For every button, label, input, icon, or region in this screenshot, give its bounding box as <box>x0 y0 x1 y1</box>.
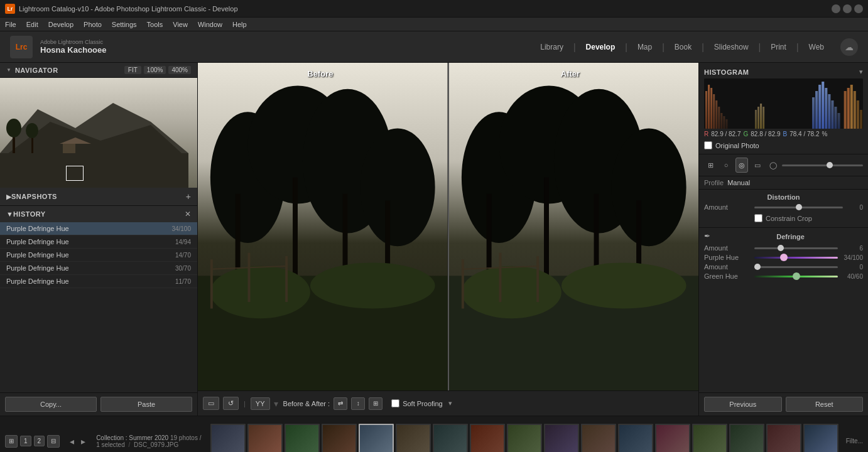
rotate-tool-button[interactable]: ↺ <box>223 397 239 410</box>
svg-rect-40 <box>536 256 539 302</box>
thumbnail-5[interactable] <box>359 424 394 453</box>
cloud-icon[interactable]: ☁ <box>840 38 858 56</box>
menu-window[interactable]: Window <box>198 21 222 28</box>
filmstrip-next-button[interactable]: ▸ <box>77 436 89 447</box>
thumbnail-1[interactable] <box>210 424 246 453</box>
module-book[interactable]: Book <box>666 40 700 54</box>
history-header[interactable]: ▼ History ✕ <box>0 206 197 222</box>
menu-develop[interactable]: Develop <box>48 21 73 28</box>
menu-view[interactable]: View <box>173 21 188 28</box>
thumbnail-10[interactable] <box>544 424 579 453</box>
maximize-button[interactable] <box>843 4 852 13</box>
history-item-name-4: Purple Defringe Hue <box>6 277 175 285</box>
layout-button[interactable]: ⊞ <box>369 397 382 410</box>
copy-before-after-button[interactable]: ↕ <box>351 397 365 410</box>
menu-photo[interactable]: Photo <box>84 21 102 28</box>
soft-proofing-checkbox[interactable] <box>391 399 399 407</box>
previous-button[interactable]: Previous <box>704 397 782 412</box>
thumbnail-16[interactable] <box>766 424 801 453</box>
history-close-button[interactable]: ✕ <box>185 210 191 218</box>
thumbnail-17[interactable] <box>803 424 838 453</box>
thumbnail-15[interactable] <box>729 424 764 453</box>
before-scene <box>198 63 448 390</box>
profile-value: Manual <box>727 179 750 186</box>
svg-point-21 <box>310 262 435 308</box>
history-item-4[interactable]: Purple Defringe Hue 11/70 <box>0 275 197 288</box>
defringe-eyedropper-icon[interactable]: ✒ <box>704 232 714 242</box>
filmstrip-num2[interactable]: 2 <box>34 436 45 446</box>
original-photo-checkbox[interactable] <box>704 141 712 149</box>
thumbnail-12[interactable] <box>618 424 653 453</box>
tool-crop[interactable]: ⊞ <box>704 158 717 173</box>
defringe-green-hue-slider[interactable] <box>754 276 838 277</box>
thumbnail-7[interactable] <box>433 424 468 453</box>
snapshots-add-button[interactable]: + <box>186 191 191 202</box>
defringe-amount-slider[interactable] <box>754 247 838 249</box>
history-item-0[interactable]: Purple Defringe Hue 34/100 <box>0 222 197 235</box>
tool-grad[interactable]: ▭ <box>751 158 764 173</box>
copy-button[interactable]: Copy... <box>5 397 97 412</box>
zoom-fit-button[interactable]: FIT <box>124 66 141 74</box>
constrain-crop-checkbox[interactable] <box>754 214 762 222</box>
history-item-name-1: Purple Defringe Hue <box>6 238 175 245</box>
module-slideshow[interactable]: Slideshow <box>705 40 757 54</box>
menu-edit[interactable]: Edit <box>26 21 38 28</box>
history-item-1[interactable]: Purple Defringe Hue 14/94 <box>0 235 197 249</box>
zoom-400-value[interactable]: 400% <box>168 66 191 74</box>
navigator-header[interactable]: ▼ Navigator FIT 100% 400% <box>0 63 197 78</box>
reset-button[interactable]: Reset <box>786 397 864 412</box>
filmstrip-num1[interactable]: 1 <box>20 436 31 446</box>
navigator-crop-box <box>66 166 84 181</box>
tool-spot[interactable]: ○ <box>720 158 733 173</box>
menu-file[interactable]: File <box>5 21 16 28</box>
close-button[interactable] <box>854 4 863 13</box>
module-develop[interactable]: Develop <box>577 40 624 54</box>
minimize-button[interactable] <box>832 4 840 13</box>
module-web[interactable]: Web <box>800 40 833 54</box>
thumbnail-13[interactable] <box>655 424 690 453</box>
module-print[interactable]: Print <box>762 40 795 54</box>
thumbnail-6[interactable] <box>396 424 431 453</box>
history-item-2[interactable]: Purple Defringe Hue 14/70 <box>0 249 197 262</box>
svg-rect-47 <box>715 100 717 129</box>
thumbnail-14[interactable] <box>692 424 727 453</box>
paste-button[interactable]: Paste <box>100 397 192 412</box>
defringe-purple-hue-slider[interactable] <box>754 257 838 259</box>
tool-radial[interactable]: ◯ <box>766 158 779 173</box>
thumbnail-4[interactable] <box>322 424 357 453</box>
menu-settings[interactable]: Settings <box>112 21 137 28</box>
view-mode-icon[interactable]: ⊞ <box>5 435 18 448</box>
before-after-split-button[interactable]: YY <box>251 397 270 410</box>
svg-rect-38 <box>461 259 464 308</box>
distortion-amount-slider[interactable] <box>754 207 843 208</box>
soft-proofing-label: Soft Proofing <box>403 400 443 407</box>
thumbnail-11[interactable] <box>581 424 616 453</box>
thumbnail-2[interactable] <box>247 424 283 453</box>
history-item-3[interactable]: Purple Defringe Hue 30/70 <box>0 262 197 275</box>
thumbnail-3[interactable] <box>285 424 320 453</box>
soft-proofing-expand[interactable]: ▾ <box>448 399 452 407</box>
zoom-100-value[interactable]: 100% <box>144 66 166 74</box>
defringe-amount2-slider[interactable] <box>754 266 838 268</box>
thumbnail-8[interactable] <box>470 424 505 453</box>
menu-help[interactable]: Help <box>232 21 247 28</box>
menu-tools[interactable]: Tools <box>147 21 163 28</box>
history-item-name-2: Purple Defringe Hue <box>6 251 175 259</box>
navigator-photo <box>0 78 197 188</box>
thumbnail-9[interactable] <box>507 424 542 453</box>
filmstrip-grid-btn[interactable]: ⊟ <box>47 435 60 448</box>
defringe-green-hue-row: Green Hue 40/60 <box>704 272 863 280</box>
after-scene-svg <box>449 63 699 390</box>
histogram-expand-icon[interactable]: ▾ <box>859 68 863 76</box>
tool-slider[interactable] <box>782 164 863 166</box>
user-name-label: Hosna Kachooee <box>40 45 106 55</box>
module-library[interactable]: Library <box>531 40 572 54</box>
filter-area: Filte... <box>846 438 863 444</box>
module-map[interactable]: Map <box>629 40 661 54</box>
snapshots-header[interactable]: ▶ Snapshots + <box>0 188 197 205</box>
crop-tool-button[interactable]: ▭ <box>203 397 219 410</box>
swap-before-after-button[interactable]: ⇄ <box>334 397 347 410</box>
filmstrip-prev-button[interactable]: ◂ <box>66 436 77 447</box>
tool-redeye[interactable]: ◎ <box>735 158 749 173</box>
defringe-amount2-value: 0 <box>840 264 863 271</box>
